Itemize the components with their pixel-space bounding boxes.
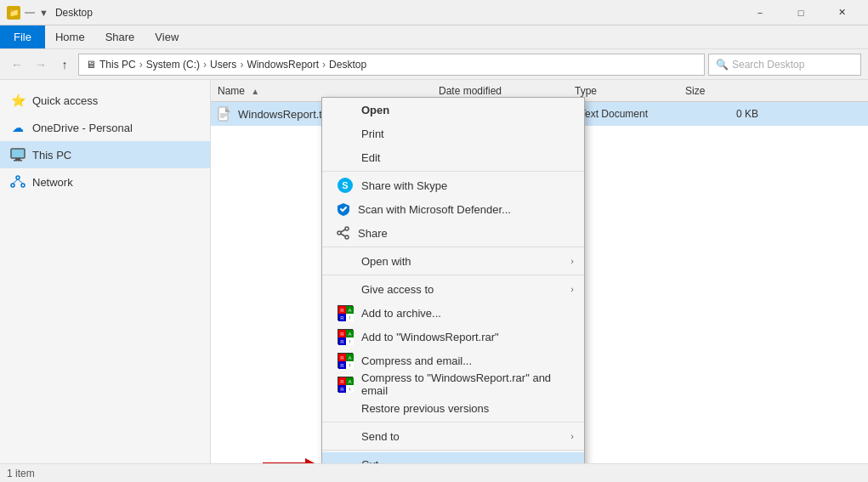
window-controls: − □ ✕	[740, 0, 861, 26]
print-icon	[336, 124, 355, 143]
share-menu[interactable]: Share	[95, 26, 145, 48]
sidebar-item-network[interactable]: Network	[0, 168, 210, 196]
ctx-compress-rar-email-label: Compress to "WindowsReport.rar" and emai…	[361, 371, 570, 397]
sidebar-item-quick-access[interactable]: ⭐ Quick access	[0, 87, 210, 114]
column-date-header[interactable]: Date modified	[439, 85, 575, 97]
svg-point-3	[16, 176, 20, 179]
maximize-button[interactable]: □	[781, 0, 820, 26]
ctx-give-access[interactable]: Give access to ›	[322, 277, 584, 301]
ctx-restore-prev[interactable]: Restore previous versions	[322, 396, 584, 420]
svg-line-17	[341, 234, 345, 236]
ctx-share[interactable]: Share	[322, 221, 584, 245]
computer-icon	[10, 147, 26, 162]
cloud-icon: ☁	[10, 120, 26, 135]
context-menu: Open Print Edit S Share with Skype	[321, 97, 585, 463]
address-bar: ← → ↑ 🖥 This PC › System (C:) › Users › …	[0, 49, 868, 80]
ctx-restore-prev-label: Restore previous versions	[361, 402, 489, 415]
back-button[interactable]: ←	[7, 54, 27, 75]
path-desktop[interactable]: Desktop	[329, 59, 366, 71]
ctx-cut[interactable]: Cut	[322, 452, 584, 463]
ctx-divider-4	[322, 422, 584, 422]
content-area: Name ▲ Date modified Type Size	[211, 80, 868, 463]
ctx-open[interactable]: Open	[322, 98, 584, 122]
network-icon	[10, 174, 26, 190]
ctx-print-label: Print	[361, 128, 384, 140]
ctx-print[interactable]: Print	[322, 122, 584, 145]
svg-marker-19	[305, 458, 316, 463]
ctx-give-access-label: Give access to	[361, 283, 434, 296]
status-bar: 1 item	[0, 463, 868, 482]
ctx-scan-defender[interactable]: Scan with Microsoft Defender...	[322, 197, 584, 221]
winrar-icon-2: R A R !	[336, 327, 355, 346]
sidebar-label-this-pc: This PC	[32, 149, 71, 162]
file-menu[interactable]: File	[0, 26, 45, 48]
svg-rect-0	[11, 149, 25, 158]
skype-icon: S	[336, 176, 355, 195]
sidebar-item-onedrive[interactable]: ☁ OneDrive - Personal	[0, 114, 210, 141]
column-name-header[interactable]: Name ▲	[218, 85, 439, 97]
ctx-divider-3	[322, 275, 584, 275]
column-size-header[interactable]: Size	[685, 85, 753, 97]
status-text: 1 item	[7, 468, 35, 479]
give-access-arrow: ›	[570, 284, 574, 294]
ctx-divider-1	[322, 171, 584, 172]
sidebar: ⭐ Quick access ☁ OneDrive - Personal Thi…	[0, 80, 211, 463]
give-access-icon	[336, 280, 355, 298]
forward-button[interactable]: →	[31, 54, 51, 75]
open-with-arrow: ›	[570, 256, 574, 266]
winrar-icon-4: R A R !	[336, 375, 355, 394]
column-type-header[interactable]: Type	[575, 85, 685, 97]
address-path[interactable]: 🖥 This PC › System (C:) › Users › Window…	[78, 54, 705, 76]
defender-icon	[336, 201, 351, 217]
open-with-icon	[336, 252, 355, 270]
ctx-compress-email-label: Compress and email...	[361, 354, 472, 367]
ctx-compress-rar-email[interactable]: R A R ! Compress to "WindowsReport.rar" …	[322, 372, 584, 396]
ctx-send-to[interactable]: Send to ›	[322, 424, 584, 448]
path-users[interactable]: Users	[210, 59, 236, 71]
main-container: ⭐ Quick access ☁ OneDrive - Personal Thi…	[0, 80, 868, 463]
edit-icon	[336, 148, 355, 167]
ctx-scan-defender-label: Scan with Microsoft Defender...	[358, 203, 511, 216]
path-windowsreport[interactable]: WindowsReport	[247, 59, 319, 71]
ctx-add-archive-label: Add to archive...	[361, 307, 441, 320]
view-menu[interactable]: View	[145, 26, 189, 48]
search-box[interactable]: 🔍 Search Desktop	[708, 54, 861, 76]
home-menu[interactable]: Home	[45, 26, 95, 48]
ctx-edit[interactable]: Edit	[322, 145, 584, 169]
path-system-c[interactable]: System (C:)	[146, 59, 200, 71]
path-pc-icon: 🖥	[86, 59, 96, 71]
ctx-add-archive[interactable]: R A R ! Add to archive...	[322, 301, 584, 325]
svg-point-4	[11, 184, 14, 187]
ctx-share-skype[interactable]: S Share with Skype	[322, 173, 584, 197]
open-icon	[336, 100, 355, 119]
file-doc-icon	[218, 106, 233, 122]
ctx-send-to-label: Send to	[361, 430, 400, 443]
ctx-compress-email[interactable]: R A R ! Compress and email...	[322, 349, 584, 372]
ctx-edit-label: Edit	[361, 151, 380, 164]
cut-icon	[336, 455, 355, 463]
send-to-arrow: ›	[570, 431, 574, 441]
close-button[interactable]: ✕	[822, 0, 861, 26]
star-icon: ⭐	[10, 93, 26, 108]
minimize-button[interactable]: −	[740, 0, 780, 26]
tb-down-arrow[interactable]: ▼	[39, 8, 48, 18]
svg-point-5	[21, 184, 25, 187]
menu-bar: File Home Share View	[0, 26, 868, 49]
ctx-add-rar[interactable]: R A R ! Add to "WindowsReport.rar"	[322, 325, 584, 349]
path-this-pc[interactable]: This PC	[99, 59, 136, 71]
ctx-share-label: Share	[358, 227, 388, 240]
sidebar-item-this-pc[interactable]: This PC	[0, 141, 210, 168]
search-placeholder: Search Desktop	[732, 59, 804, 71]
tb-spacer	[25, 12, 35, 14]
ctx-open-with-label: Open with	[361, 255, 411, 268]
ctx-cut-label: Cut	[361, 458, 378, 464]
ctx-open-with[interactable]: Open with ›	[322, 249, 584, 273]
window-title: Desktop	[55, 7, 93, 19]
file-size: 0 KB	[690, 108, 758, 120]
sidebar-label-onedrive: OneDrive - Personal	[32, 122, 133, 134]
ctx-share-skype-label: Share with Skype	[361, 179, 447, 192]
up-button[interactable]: ↑	[54, 54, 75, 75]
svg-line-7	[18, 179, 23, 184]
winrar-icon-3: R A R !	[336, 351, 355, 370]
restore-icon	[336, 399, 355, 417]
